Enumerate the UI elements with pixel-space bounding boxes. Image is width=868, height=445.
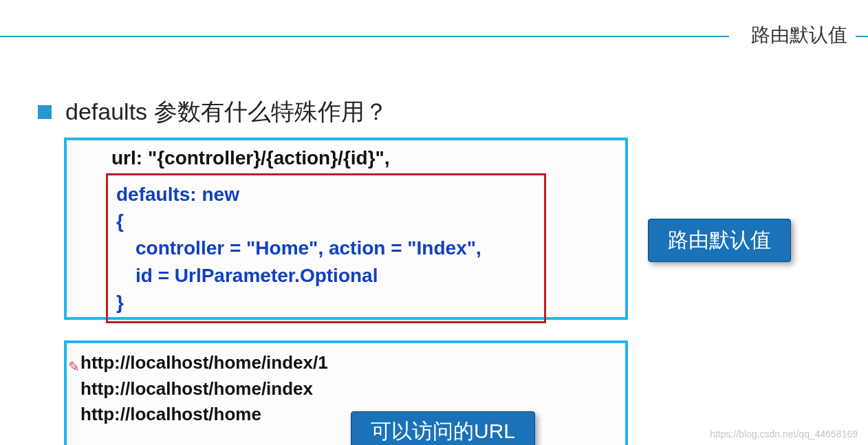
badge-route-default: 路由默认值 — [648, 219, 791, 262]
url-item-1: http://localhost/home/index/1 — [80, 350, 615, 376]
header-divider-left — [0, 36, 729, 37]
code-line-2: { — [116, 208, 536, 235]
bullet-row: defaults 参数有什么特殊作用？ — [38, 96, 388, 128]
highlighted-code-block: defaults: new { controller = "Home", act… — [106, 173, 546, 323]
code-line-1: defaults: new — [116, 181, 536, 208]
bullet-icon — [38, 105, 52, 119]
badge-accessible-url: 可以访问的URL — [351, 411, 535, 445]
code-line-5: } — [116, 289, 536, 316]
code-line-3: controller = "Home", action = "Index", — [116, 235, 536, 261]
annotation-mark-icon: ✎ — [68, 358, 80, 375]
code-box-defaults: url: "{controller}/{action}/{id}", defau… — [64, 138, 628, 320]
code-url-line: url: "{controller}/{action}/{id}", — [111, 147, 615, 169]
url-item-2: http://localhost/home/index — [80, 376, 615, 402]
watermark-text: https://blog.csdn.net/qq_44658169 — [710, 428, 858, 439]
code-line-4: id = UrlParameter.Optional — [116, 262, 536, 289]
page-title: 路由默认值 — [751, 22, 847, 48]
header-divider-right — [856, 36, 868, 37]
code-box-urls: http://localhost/home/index/1 http://loc… — [64, 340, 628, 445]
bullet-question: defaults 参数有什么特殊作用？ — [65, 96, 388, 128]
